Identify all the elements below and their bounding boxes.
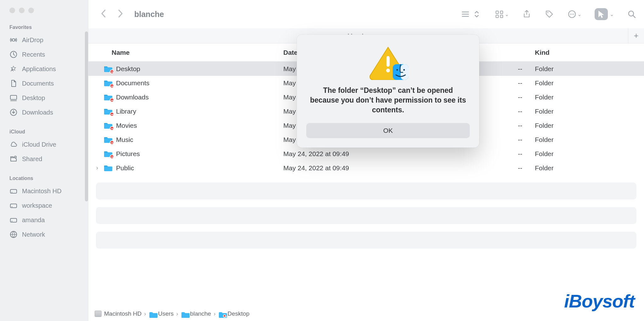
sidebar-item-label: Network — [22, 231, 45, 238]
warning-finder-icon — [368, 45, 408, 80]
file-kind: Folder — [535, 164, 644, 172]
sidebar-scrollbar[interactable] — [85, 31, 88, 201]
folder-icon — [103, 150, 113, 158]
svg-point-8 — [12, 192, 13, 193]
file-date: May 24, 2022 at 09:49 — [283, 150, 466, 158]
back-button[interactable] — [100, 9, 107, 20]
svg-point-25 — [573, 14, 574, 14]
no-access-badge-icon — [110, 98, 114, 102]
disclosure-triangle-icon[interactable]: › — [94, 165, 100, 171]
folder-icon — [103, 164, 113, 172]
column-name[interactable]: Name — [88, 49, 283, 56]
airdrop-icon — [9, 36, 18, 44]
empty-row — [96, 232, 636, 249]
sidebar-item-recents[interactable]: Recents — [0, 47, 88, 62]
sidebar-item-shared[interactable]: Shared — [0, 152, 88, 166]
doc-icon — [9, 79, 18, 87]
path-segment[interactable]: blanche — [181, 310, 211, 317]
zoom-window-button[interactable] — [28, 8, 34, 13]
sidebar-item-documents[interactable]: Documents — [0, 76, 88, 91]
sidebar-item-label: Desktop — [22, 94, 45, 102]
sidebar-item-airdrop[interactable]: AirDrop — [0, 33, 88, 47]
folder-icon — [103, 108, 113, 115]
file-name: Desktop — [116, 65, 140, 73]
path-label: Macintosh HD — [104, 310, 142, 317]
file-row[interactable]: PicturesMay 24, 2022 at 09:49--Folder — [88, 147, 644, 161]
cloud-icon — [9, 140, 18, 149]
svg-point-33 — [403, 69, 405, 71]
path-segment[interactable]: Users — [149, 310, 174, 317]
dialog-message: The folder “Desktop” can’t be opened bec… — [306, 86, 470, 115]
path-label: blanche — [190, 310, 211, 317]
sidebar-item-label: Shared — [22, 155, 42, 163]
search-button[interactable] — [627, 9, 636, 19]
sidebar-item-label: AirDrop — [22, 37, 43, 44]
sidebar-section-title: Favorites — [0, 13, 88, 33]
svg-rect-28 — [386, 56, 390, 67]
folder-icon — [181, 311, 188, 317]
permission-denied-dialog: The folder “Desktop” can’t be opened bec… — [297, 35, 479, 148]
file-name: Public — [116, 164, 134, 172]
cursor-mode-button[interactable]: ⌄ — [595, 8, 614, 20]
column-kind[interactable]: Kind — [535, 49, 644, 56]
group-by-button[interactable]: ⌄ — [495, 9, 509, 19]
minimize-window-button[interactable] — [19, 8, 25, 13]
sidebar-item-label: Downloads — [22, 109, 53, 116]
folder-icon — [103, 93, 113, 101]
sidebar-item-amanda[interactable]: amanda — [0, 213, 88, 227]
file-kind: Folder — [535, 108, 644, 115]
chevron-down-icon: ⌄ — [505, 11, 509, 17]
sidebar-item-network[interactable]: Network — [0, 227, 88, 242]
sidebar-item-applications[interactable]: AApplications — [0, 62, 88, 76]
sidebar-item-icloud-drive[interactable]: iCloud Drive — [0, 137, 88, 152]
chevron-down-icon: ⌄ — [610, 11, 614, 17]
no-access-badge-icon — [110, 140, 114, 145]
close-window-button[interactable] — [9, 8, 15, 13]
empty-row — [96, 207, 636, 224]
new-tab-button[interactable]: + — [628, 28, 644, 43]
sidebar-item-workspace[interactable]: workspace — [0, 198, 88, 213]
file-name: Pictures — [116, 150, 140, 158]
view-as-list-button[interactable] — [461, 9, 481, 19]
svg-rect-11 — [10, 218, 17, 222]
no-access-badge-icon — [110, 70, 114, 74]
file-size: -- — [466, 164, 535, 172]
chevron-down-icon: ⌄ — [577, 11, 581, 17]
desktop-icon — [9, 94, 18, 102]
file-size: -- — [466, 150, 535, 158]
sidebar-item-desktop[interactable]: Desktop — [0, 91, 88, 105]
hd-icon — [9, 187, 18, 195]
chevron-right-icon: › — [176, 310, 178, 317]
ok-button[interactable]: OK — [306, 123, 470, 138]
svg-point-0 — [12, 39, 15, 41]
chevron-right-icon: › — [144, 310, 146, 317]
sidebar-item-label: workspace — [22, 202, 52, 209]
no-access-badge-icon — [110, 84, 114, 88]
tags-button[interactable] — [545, 9, 554, 19]
svg-rect-20 — [500, 15, 503, 18]
hd-icon — [95, 311, 102, 317]
no-access-badge-icon — [110, 126, 114, 131]
svg-point-23 — [570, 14, 571, 14]
file-date: May 24, 2022 at 09:49 — [283, 164, 466, 172]
watermark: iBoysoft — [564, 290, 635, 312]
hd-icon — [9, 201, 18, 210]
sidebar-item-macintosh-hd[interactable]: Macintosh HD — [0, 184, 88, 198]
forward-button[interactable] — [117, 9, 124, 20]
hd-icon — [9, 216, 18, 224]
svg-point-29 — [386, 69, 390, 72]
window-title: blanche — [134, 10, 164, 19]
path-segment[interactable]: Desktop — [218, 310, 250, 317]
file-row[interactable]: ›PublicMay 24, 2022 at 09:49--Folder — [88, 161, 644, 175]
file-name: Movies — [116, 122, 137, 129]
more-actions-button[interactable]: ⌄ — [567, 9, 581, 19]
path-segment[interactable]: Macintosh HD — [95, 310, 142, 317]
path-bar[interactable]: Macintosh HD›Users›blanche›Desktop — [88, 307, 644, 321]
sidebar-item-downloads[interactable]: Downloads — [0, 105, 88, 120]
globe-icon — [9, 230, 18, 239]
sidebar-item-label: amanda — [22, 217, 45, 224]
share-button[interactable] — [522, 9, 531, 19]
file-kind: Folder — [535, 93, 644, 101]
file-name: Downloads — [116, 93, 149, 101]
svg-rect-19 — [496, 15, 498, 18]
